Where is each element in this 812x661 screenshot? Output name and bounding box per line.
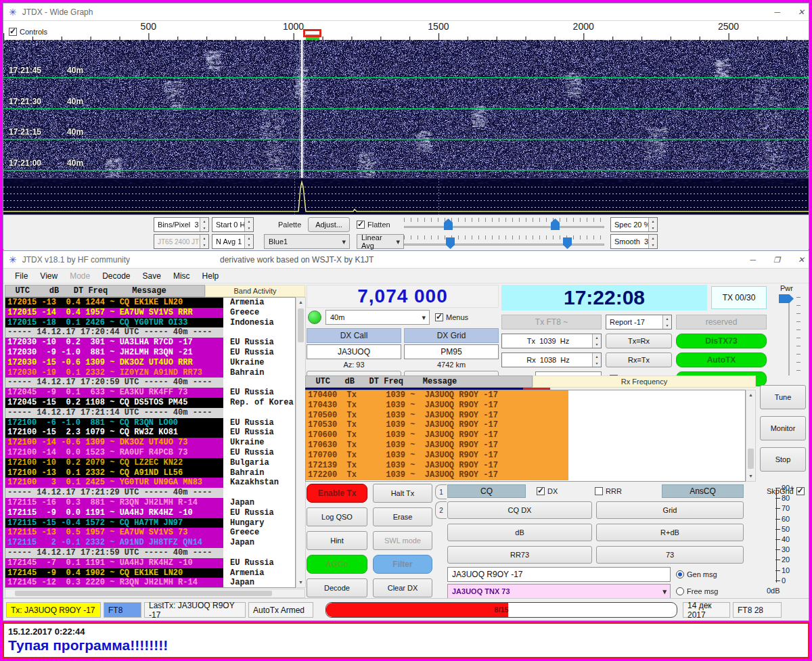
enable-tx-button[interactable]: Enable Tx [307,484,367,503]
db-button[interactable]: dB [447,524,592,541]
band-select[interactable]: 40m [325,310,430,325]
halt-tx-button[interactable]: Halt Tx [373,484,432,503]
table-row[interactable]: 172100 3 0.1 2425 ~ YG0TUR UN9GA MN83Kaz… [5,478,295,488]
tx-message[interactable]: 172139 Tx 1039 ~ JA3UOQ R9OY -17 [306,461,568,471]
rrr-checkbox[interactable]: RRR [595,484,622,498]
tx-message[interactable]: 170500 Tx 1039 ~ JA3UOQ R9OY -17 [306,411,568,421]
distx73-button[interactable]: DisTX73 [676,334,767,348]
table-row[interactable]: 172015 -13 0.4 1244 ~ CQ EK1KE LN20Armen… [5,298,295,308]
band-activity-scrollbar[interactable]: ▲ ▼ [296,297,306,588]
tx-message[interactable]: 170400 Tx 1039 ~ JA3UOQ R9OY -17 [306,390,568,401]
autotx-button[interactable]: AutoTX [676,352,767,367]
spectrum-canvas[interactable] [3,179,809,214]
smooth-spinner[interactable]: Smooth 3 [610,234,658,249]
menu-mode[interactable]: Mode [64,271,96,281]
decode-message[interactable]: 172115 2 -0.1 2332 ~ A91ND JH8TFZ QN14 [5,538,223,548]
tx-message[interactable]: 170530 Tx 1039 ~ JA3UOQ R9OY -17 [306,420,568,430]
table-row[interactable]: 172030 -9 -1.0 881 ~ JH2LMH R3QN -21EU R… [5,348,295,358]
decode-message[interactable]: 172100 -10 0.2 2079 ~ CQ LZ2EC KN22 [5,458,223,468]
table-row[interactable]: 170400 Tx 1039 ~ JA3UOQ R9OY -17 [306,390,745,401]
tx-message[interactable]: 172200 Tx 1039 ~ JA3UOQ R9OY -17 [306,470,568,480]
clear-dx-button[interactable]: Clear DX [373,578,432,597]
start-hz-spinner[interactable]: Start 0 Hz [212,217,254,232]
table-row[interactable]: 172115 -16 0.3 881 ~ R3QN JH2LMH R-14Jap… [5,498,295,508]
rx-frequency-scrollbar[interactable]: ▲ ▼ [746,390,756,482]
palette-select[interactable]: Blue1 [264,234,350,249]
main-titlebar[interactable]: JTDX v18.1 by HF community derivative wo… [3,251,809,269]
erase-button[interactable]: Erase [373,507,432,526]
close-icon[interactable] [798,7,805,17]
waterfall[interactable]: 17:21:4540m17:21:3040m17:21:1540m17:21:0… [3,40,809,178]
minimize-icon[interactable] [750,255,757,265]
table-row[interactable]: ----- 14.12.17 17:21:14 UTC ----- 40m --… [5,408,295,418]
decode-message[interactable]: 172100 3 0.1 2425 ~ YG0TUR UN9GA MN83 [5,478,223,488]
tx-message[interactable]: 170700 Tx 1039 ~ JA3UOQ R9OY -17 [306,451,568,461]
menu-decode[interactable]: Decode [96,271,136,281]
maximize-icon[interactable] [773,255,780,265]
menu-misc[interactable]: Misc [167,271,196,281]
stop-button[interactable]: Stop [760,447,806,472]
scrollbar-thumb[interactable] [748,449,754,469]
rx-frequency-rows[interactable]: 170400 Tx 1039 ~ JA3UOQ R9OY -17170430 T… [305,390,746,482]
anscq-button[interactable]: AnsCQ [662,484,744,498]
decode-message[interactable]: 172045 -9 0.1 633 ~ EA3KU RK4FF 73 [5,388,223,398]
decode-message[interactable]: 172045 -15 0.2 1108 ~ CQ DS5TOS PM45 [5,398,223,408]
scroll-down-icon[interactable]: ▼ [296,578,305,587]
table-row[interactable]: 170500 Tx 1039 ~ JA3UOQ R9OY -17 [306,411,745,421]
radio-icon[interactable] [676,570,684,578]
gen-msg-radio[interactable]: Gen msg [676,567,717,582]
checkbox-icon[interactable] [435,313,443,321]
table-row[interactable]: 172015 -14 0.4 1957 ~ EA7UW SV1VS RRRGre… [5,308,295,318]
table-row[interactable]: 172030 -10 0.2 301 ~ UA3LHA R7CD -17EU R… [5,338,295,348]
scrollbar-thumb[interactable] [298,309,304,342]
menu-save[interactable]: Save [137,271,167,281]
decode-message[interactable]: 172015 -18 0.1 2426 ~ CQ YG0TUR OI33 [5,318,223,328]
log-qso-button[interactable]: Log QSO [307,507,367,526]
tx-freq-spinner[interactable]: Tx 1039 Hz [501,334,602,348]
table-row[interactable]: 172100 -10 0.2 2079 ~ CQ LZ2EC KN22Bulga… [5,458,295,468]
table-row[interactable]: 172045 -15 0.2 1108 ~ CQ DS5TOS PM45Rep.… [5,398,295,408]
band-activity-tab[interactable]: Band Activity [205,285,305,297]
table-row[interactable]: 172100 -14 -0.6 1309 ~ DK3OZ UT4UO 73Ukr… [5,438,295,448]
tab-1[interactable]: 1 [435,484,447,499]
decode-message[interactable]: 172115 -9 0.0 1191 ~ UA4HJ RK4HZ -10 [5,508,223,518]
decode-message[interactable]: ----- 14.12.17 17:20:59 UTC ----- 40m --… [5,378,223,388]
table-row[interactable]: 170530 Tx 1039 ~ JA3UOQ R9OY -17 [306,420,745,430]
hint-button[interactable]: Hint [307,531,367,550]
decode-message[interactable]: 172100 -15 2.3 1079 ~ CQ RW3Z KO81 [5,428,223,438]
tx-progress-button[interactable]: TX 00/30 [711,286,767,309]
wide-graph-titlebar[interactable]: JTDX - Wide Graph [3,3,809,21]
bins-pixel-spinner[interactable]: Bins/Pixel 3 [154,217,209,232]
checkbox-icon[interactable] [796,487,805,495]
table-row[interactable]: 172115 2 -0.1 2332 ~ A91ND JH8TFZ QN14Ja… [5,538,295,548]
table-row[interactable]: 172145 -12 0.3 2220 ~ R3QN JH2LMH R-14Ja… [5,578,295,588]
band-activity-rows[interactable]: 172015 -13 0.4 1244 ~ CQ EK1KE LN20Armen… [5,297,296,588]
table-row[interactable]: 172115 -15 -0.4 1572 ~ CQ HA7TM JN97Hung… [5,518,295,528]
decode-message[interactable]: 172015 -13 0.4 1244 ~ CQ EK1KE LN20 [5,298,223,308]
dx-grid-field[interactable]: PM95 [404,344,499,359]
table-row[interactable]: 172115 -9 0.0 1191 ~ UA4HJ RK4HZ -10EU R… [5,508,295,518]
slider-handle[interactable] [446,237,455,249]
table-row[interactable]: ----- 14.12.17 17:20:59 UTC ----- 40m --… [5,378,295,388]
decode-message[interactable]: 172145 -9 0.4 1902 ~ CQ EK1KE LN20 [5,568,223,578]
table-row[interactable]: 170700 Tx 1039 ~ JA3UOQ R9OY -17 [306,451,745,461]
r-db-button[interactable]: R+dB [596,524,744,541]
decode-message[interactable]: 172145 -7 0.1 1191 ~ UA4HJ RK4HZ -10 [5,558,223,568]
decode-message[interactable]: 172030 -10 0.2 301 ~ UA3LHA R7CD -17 [5,338,223,348]
cq-button[interactable]: CQ [447,484,526,498]
decode-message[interactable]: 172115 -13 0.5 1957 ~ EA7UW SV1VS 73 [5,528,223,538]
adjust-button[interactable]: Adjust... [308,217,350,232]
decode-message[interactable]: 172145 -12 0.3 2220 ~ R3QN JH2LMH R-14 [5,578,223,588]
table-row[interactable]: 172030 -15 -0.6 1309 ~ DK3OZ UT4UO RRRUk… [5,358,295,368]
avg-mode-select[interactable]: Linear Avg [357,234,404,249]
tx-marker[interactable] [303,29,321,37]
grid-button[interactable]: Grid [596,501,744,519]
table-row[interactable]: 172139 Tx 1039 ~ JA3UOQ R9OY -17 [306,461,745,471]
dx-call-field[interactable]: JA3UOQ [307,344,401,359]
table-row[interactable]: ----- 14.12.17 17:21:59 UTC ----- 40m --… [5,548,295,558]
s73-button[interactable]: 73 [596,546,744,564]
radio-icon[interactable] [676,587,684,595]
decode-message[interactable]: ----- 14.12.17 17:21:29 UTC ----- 40m --… [5,488,223,498]
slider-handle[interactable] [563,237,572,249]
table-row[interactable]: ----- 14.12.17 17:20:44 UTC ----- 40m --… [5,327,295,338]
